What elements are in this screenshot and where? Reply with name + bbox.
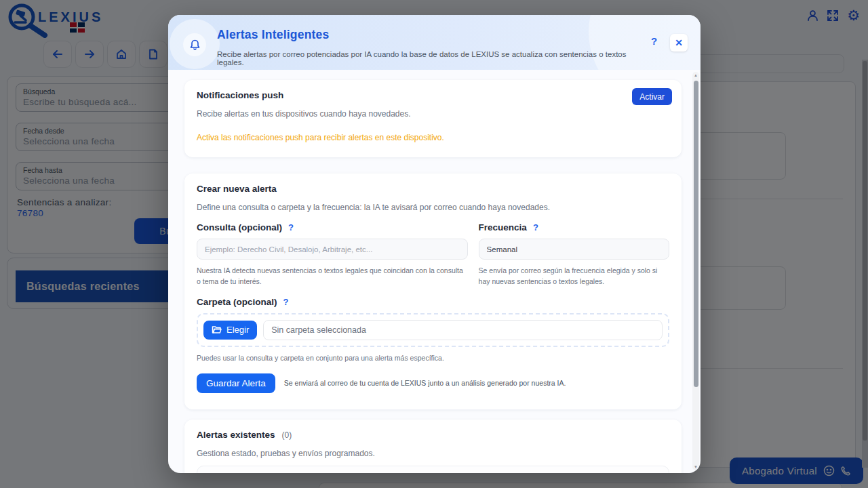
carpeta-label: Carpeta (opcional) <box>197 297 277 307</box>
push-warning-text: Activa las notificaciones push para reci… <box>197 133 669 142</box>
frecuencia-help-icon[interactable]: ? <box>533 222 538 232</box>
create-alert-card: Crear nueva alerta Define una consulta o… <box>184 174 682 409</box>
folder-open-icon <box>212 325 222 334</box>
modal-help-icon[interactable]: ? <box>651 35 657 47</box>
existing-card-description: Gestiona estado, pruebas y envíos progra… <box>197 449 669 458</box>
activar-button[interactable]: Activar <box>632 88 672 105</box>
modal-title: Alertas Inteligentes <box>217 28 329 42</box>
create-card-description: Define una consulta o carpeta y la frecu… <box>197 203 669 212</box>
modal-subtitle: Recibe alertas por correo potenciadas po… <box>217 50 637 66</box>
modal-scrollbar[interactable]: ▲ ▼ <box>692 72 699 470</box>
push-card-description: Recibe alertas en tus dispositivos cuand… <box>197 109 669 119</box>
consulta-label: Consulta (opcional) <box>197 222 282 232</box>
consulta-helper-text: Nuestra IA detecta nuevas sentencias o t… <box>197 265 468 287</box>
modal-scrollbar-thumb[interactable] <box>694 81 698 387</box>
push-notifications-card: Notificaciones push Activar Recibe alert… <box>184 80 682 157</box>
existing-card-title: Alertas existentes <box>197 430 275 440</box>
carpeta-picker: Elegir <box>197 313 669 347</box>
carpeta-help-icon[interactable]: ? <box>283 297 289 307</box>
consulta-input[interactable] <box>197 239 468 260</box>
existing-alerts-count: (0) <box>282 430 292 440</box>
elegir-button[interactable]: Elegir <box>203 321 257 340</box>
consulta-help-icon[interactable]: ? <box>288 222 294 232</box>
bell-icon <box>183 33 206 56</box>
app-root: LEXIUS ⚙ <box>0 0 868 488</box>
push-card-title: Notificaciones push <box>197 90 669 100</box>
alertas-inteligentes-modal: Alertas Inteligentes Recibe alertas por … <box>168 15 701 473</box>
frecuencia-select[interactable] <box>479 239 669 260</box>
frecuencia-label: Frecuencia <box>479 222 527 232</box>
scroll-up-icon[interactable]: ▲ <box>692 73 699 77</box>
modal-header: Alertas Inteligentes Recibe alertas por … <box>168 15 701 70</box>
carpeta-value-input[interactable] <box>263 320 663 340</box>
modal-close-button[interactable]: ✕ <box>670 34 688 52</box>
frecuencia-helper-text: Se envía por correo según la frecuencia … <box>479 265 669 287</box>
carpeta-helper-text: Puedes usar la consulta y carpeta en con… <box>197 352 669 363</box>
guardar-note-text: Se enviará al correo de tu cuenta de LEX… <box>284 379 566 387</box>
existing-alerts-empty-box <box>197 466 669 473</box>
guardar-alerta-button[interactable]: Guardar Alerta <box>197 373 275 393</box>
create-card-title: Crear nueva alerta <box>197 184 669 194</box>
existing-alerts-card: Alertas existentes (0) Gestiona estado, … <box>184 420 682 473</box>
